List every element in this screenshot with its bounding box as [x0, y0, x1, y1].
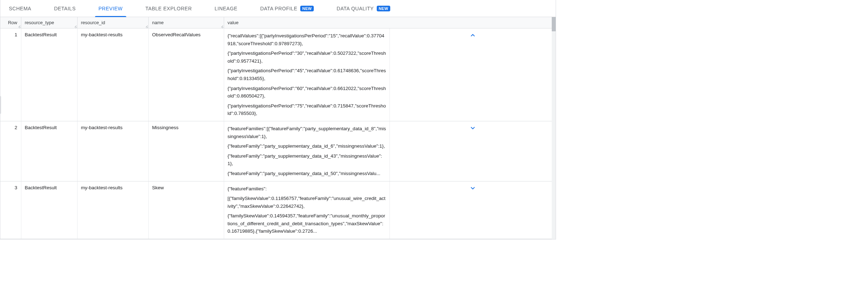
cell-value: {"featureFamilies":[{"featureFamily":"pa… — [224, 121, 390, 181]
tab-data-profile[interactable]: DATA PROFILENEW — [256, 0, 317, 17]
table-row: 3BacktestResultmy-backtest-resultsSkew{"… — [0, 181, 556, 239]
tab-preview[interactable]: PREVIEW — [95, 0, 126, 17]
value-line: {"partyInvestigationsPerPeriod":"75","re… — [228, 102, 386, 117]
cell-toggle — [390, 28, 556, 121]
cell-value: {"featureFamilies":[{"familySkewValue":0… — [224, 181, 390, 239]
value-line: {"recallValues":[{"partyInvestigationsPe… — [228, 32, 386, 47]
cell-row-number: 1 — [0, 28, 21, 121]
cell-name: Skew — [148, 181, 224, 239]
value-line: {"featureFamily":"party_supplementary_da… — [228, 170, 386, 178]
chevron-up-icon[interactable] — [470, 32, 476, 38]
col-header-value[interactable]: value — [224, 17, 556, 28]
tab-label: LINEAGE — [215, 6, 237, 11]
new-badge: NEW — [300, 6, 314, 11]
value-line: {"featureFamilies": — [228, 185, 386, 193]
tab-label: DETAILS — [54, 6, 76, 11]
cell-resource-type: BacktestResult — [21, 181, 77, 239]
preview-panel: SCHEMADETAILSPREVIEWTABLE EXPLORERLINEAG… — [0, 0, 556, 239]
tab-label: DATA PROFILE — [260, 6, 297, 11]
preview-table: Row resource_type resource_id name — [0, 17, 556, 239]
cell-toggle — [390, 121, 556, 181]
cell-resource-type: BacktestResult — [21, 121, 77, 181]
value-line: {"partyInvestigationsPerPeriod":"60","re… — [228, 85, 386, 100]
tab-details[interactable]: DETAILS — [51, 0, 79, 17]
cell-row-number: 2 — [0, 121, 21, 181]
col-header-name-label: name — [152, 20, 164, 25]
tab-bar: SCHEMADETAILSPREVIEWTABLE EXPLORERLINEAG… — [0, 0, 556, 17]
resize-handle[interactable] — [145, 25, 148, 28]
value-line: {"featureFamilies":[{"featureFamily":"pa… — [228, 125, 386, 140]
resize-handle[interactable] — [18, 25, 21, 28]
resize-handle[interactable] — [221, 25, 224, 28]
col-header-row-label: Row — [8, 20, 17, 25]
tab-label: PREVIEW — [99, 6, 123, 11]
scrollbar-thumb[interactable] — [552, 17, 556, 31]
tab-label: DATA QUALITY — [337, 6, 374, 11]
value-line: {"partyInvestigationsPerPeriod":"45","re… — [228, 67, 386, 82]
tab-label: SCHEMA — [9, 6, 31, 11]
cell-toggle — [390, 181, 556, 239]
value-line: {"familySkewValue":0.14594357,"featureFa… — [228, 212, 386, 235]
tab-schema[interactable]: SCHEMA — [5, 0, 35, 17]
resize-handle[interactable] — [74, 25, 77, 28]
new-badge: NEW — [377, 6, 391, 11]
cell-row-number: 3 — [0, 181, 21, 239]
cell-resource-id: my-backtest-results — [77, 28, 148, 121]
col-header-resource-id-label: resource_id — [81, 20, 105, 25]
table-row: 2BacktestResultmy-backtest-resultsMissin… — [0, 121, 556, 181]
chevron-down-icon[interactable] — [470, 185, 476, 191]
vertical-scrollbar[interactable] — [552, 17, 556, 239]
cell-name: Missingness — [148, 121, 224, 181]
value-line: {"partyInvestigationsPerPeriod":"30","re… — [228, 49, 386, 65]
tab-label: TABLE EXPLORER — [145, 6, 192, 11]
tab-data-quality[interactable]: DATA QUALITYNEW — [333, 0, 394, 17]
tab-table-explorer[interactable]: TABLE EXPLORER — [142, 0, 195, 17]
cell-resource-id: my-backtest-results — [77, 121, 148, 181]
cell-resource-type: BacktestResult — [21, 28, 77, 121]
value-line: {"featureFamily":"party_supplementary_da… — [228, 142, 386, 150]
col-header-row[interactable]: Row — [0, 17, 21, 28]
tab-lineage[interactable]: LINEAGE — [211, 0, 241, 17]
table-wrap: Row resource_type resource_id name — [0, 17, 556, 239]
cell-value: {"recallValues":[{"partyInvestigationsPe… — [224, 28, 390, 121]
col-header-value-label: value — [228, 20, 239, 25]
col-header-name[interactable]: name — [148, 17, 224, 28]
cell-name: ObservedRecallValues — [148, 28, 224, 121]
value-line: [{"familySkewValue":0.11856757,"featureF… — [228, 195, 386, 210]
table-row: 1BacktestResultmy-backtest-resultsObserv… — [0, 28, 556, 121]
cell-resource-id: my-backtest-results — [77, 181, 148, 239]
chevron-down-icon[interactable] — [470, 125, 476, 131]
col-header-resource-id[interactable]: resource_id — [77, 17, 148, 28]
col-header-resource-type-label: resource_type — [25, 20, 54, 25]
value-line: {"featureFamily":"party_supplementary_da… — [228, 152, 386, 168]
col-header-resource-type[interactable]: resource_type — [21, 17, 77, 28]
